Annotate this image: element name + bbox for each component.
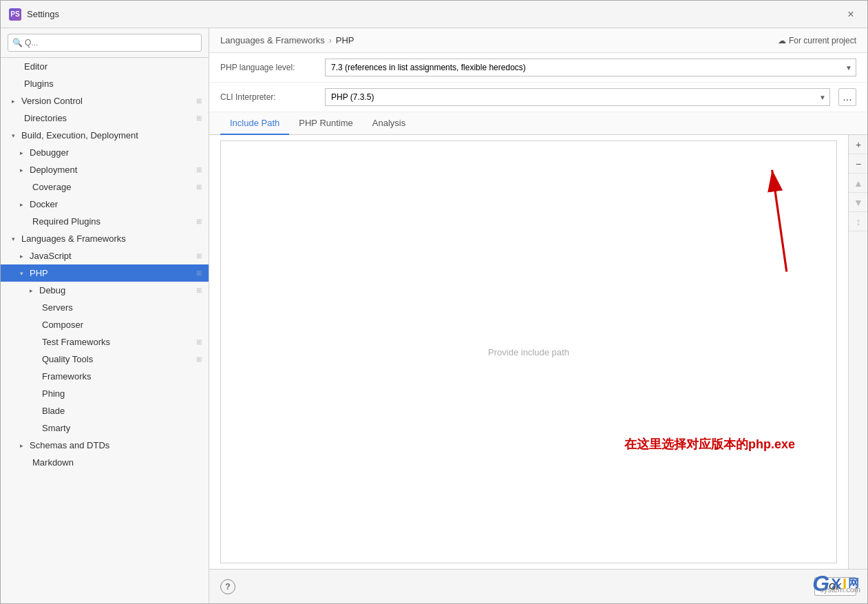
settings-window: PS Settings × 🔍 EditorPlugins▸Version Co… (0, 0, 868, 604)
app-icon: PS (9, 8, 21, 21)
sidebar-label-smarty: Smarty (42, 423, 70, 433)
sidebar-label-editor: Editor (24, 61, 47, 72)
copy-icon-quality-tools: ⊞ (196, 355, 202, 363)
copy-icon-coverage: ⊞ (196, 183, 202, 191)
copy-icon-javascript: ⊞ (196, 252, 202, 260)
copy-icon-php: ⊞ (196, 269, 202, 277)
sidebar-item-docker[interactable]: ▸Docker (1, 196, 209, 213)
annotation-text: 在这里选择对应版本的php.exe (624, 436, 795, 452)
sidebar-item-debug[interactable]: ▸Debug⊞ (1, 282, 209, 299)
sort-button[interactable]: ↕ (849, 212, 867, 231)
copy-icon-directories: ⊞ (196, 114, 202, 122)
right-panel: Languages & Frameworks › PHP ☁ For curre… (209, 28, 867, 603)
move-up-button[interactable]: ▲ (849, 174, 867, 193)
move-down-button[interactable]: ▼ (849, 193, 867, 212)
for-project: ☁ For current project (778, 36, 856, 45)
sidebar-item-phing[interactable]: Phing (1, 385, 209, 402)
include-path-panel: Provide include path 在这里选择对应版本的php.exe (220, 140, 837, 563)
breadcrumb-bar: Languages & Frameworks › PHP ☁ For curre… (209, 28, 867, 53)
sidebar-item-editor[interactable]: Editor (1, 58, 209, 75)
sidebar-item-coverage[interactable]: Coverage⊞ (1, 178, 209, 196)
language-level-row: PHP language level: 7.3 (references in l… (209, 53, 867, 83)
sidebar-label-languages-frameworks: Languages & Frameworks (21, 233, 126, 244)
tabs-bar: Include Path PHP Runtime Analysis (209, 112, 867, 135)
sidebar-label-php: PHP (30, 268, 48, 278)
sidebar-item-debugger[interactable]: ▸Debugger (1, 144, 209, 161)
window-title: Settings (27, 9, 843, 19)
sidebar-label-debug: Debug (39, 285, 65, 295)
sidebar-label-required-plugins: Required Plugins (32, 216, 100, 227)
sidebar-label-deployment: Deployment (30, 165, 77, 175)
main-content: 🔍 EditorPlugins▸Version Control⊞Director… (1, 28, 867, 603)
sidebar-item-smarty[interactable]: Smarty (1, 419, 209, 437)
sidebar-label-frameworks: Frameworks (42, 371, 92, 382)
breadcrumb-separator: › (329, 36, 332, 45)
sidebar-item-build-execution[interactable]: ▾Build, Execution, Deployment (1, 127, 209, 144)
search-wrap: 🔍 (8, 34, 202, 52)
tab-php-runtime[interactable]: PHP Runtime (289, 112, 363, 135)
breadcrumb-parent: Languages & Frameworks (220, 35, 325, 45)
copy-icon-debug: ⊞ (196, 287, 202, 294)
sidebar-label-markdown: Markdown (32, 457, 74, 468)
cli-interpreter-row: CLI Interpreter: PHP (7.3.5) ▼ ... (209, 83, 867, 112)
sidebar-item-version-control[interactable]: ▸Version Control⊞ (1, 92, 209, 110)
sidebar-label-docker: Docker (30, 199, 58, 209)
sidebar-label-plugins: Plugins (24, 79, 54, 89)
cli-interpreter-dropdown-wrap: PHP (7.3.5) ▼ (325, 88, 830, 106)
sidebar-item-servers[interactable]: Servers (1, 299, 209, 316)
svg-line-1 (772, 170, 787, 272)
sidebar-label-coverage: Coverage (32, 182, 71, 192)
sidebar-item-schemas-dtds[interactable]: ▸Schemas and DTDs (1, 437, 209, 454)
title-bar: PS Settings × (1, 1, 867, 28)
search-box: 🔍 (1, 28, 209, 58)
search-input[interactable] (8, 34, 202, 52)
sidebar-item-quality-tools[interactable]: Quality Tools⊞ (1, 351, 209, 368)
add-path-button[interactable]: + (849, 135, 867, 154)
sidebar-label-quality-tools: Quality Tools (42, 354, 93, 364)
project-label: For current project (789, 36, 856, 45)
project-icon: ☁ (778, 36, 786, 45)
nav-container: EditorPlugins▸Version Control⊞Directorie… (1, 58, 209, 471)
sidebar-item-deployment[interactable]: ▸Deployment⊞ (1, 161, 209, 178)
sidebar-item-required-plugins[interactable]: Required Plugins⊞ (1, 213, 209, 230)
sidebar-label-build-execution: Build, Execution, Deployment (21, 130, 138, 140)
tab-analysis[interactable]: Analysis (363, 112, 415, 135)
sidebar-label-composer: Composer (42, 320, 83, 330)
sidebar-item-frameworks[interactable]: Frameworks (1, 368, 209, 385)
tab-include-path[interactable]: Include Path (220, 112, 289, 135)
language-level-dropdown-wrap: 7.3 (references in list assignments, fle… (325, 59, 856, 76)
sidebar-label-directories: Directories (24, 113, 67, 123)
sidebar-label-blade: Blade (42, 406, 65, 416)
bottom-bar: ? OK G X I 网 system.com (209, 569, 867, 603)
sidebar: 🔍 EditorPlugins▸Version Control⊞Director… (1, 28, 209, 603)
cli-interpreter-label: CLI Interpreter: (220, 92, 317, 102)
remove-path-button[interactable]: − (849, 154, 867, 174)
copy-icon-test-frameworks: ⊞ (196, 338, 202, 346)
sidebar-label-phing: Phing (42, 388, 65, 399)
content-area: Provide include path 在这里选择对应版本的php.exe (209, 135, 867, 569)
sidebar-item-composer[interactable]: Composer (1, 316, 209, 333)
breadcrumb-current: PHP (336, 35, 354, 45)
include-path-placeholder: Provide include path (488, 347, 569, 357)
close-button[interactable]: × (843, 6, 859, 23)
search-icon: 🔍 (12, 38, 23, 48)
sidebar-label-version-control: Version Control (21, 96, 83, 106)
sidebar-item-blade[interactable]: Blade (1, 402, 209, 419)
help-button[interactable]: ? (220, 579, 235, 594)
sidebar-item-javascript[interactable]: ▸JavaScript⊞ (1, 247, 209, 264)
language-level-select[interactable]: 7.3 (references in list assignments, fle… (325, 59, 856, 76)
sidebar-label-schemas-dtds: Schemas and DTDs (30, 440, 109, 450)
ok-button[interactable]: OK (814, 577, 856, 596)
sidebar-label-servers: Servers (42, 302, 73, 313)
sidebar-item-markdown[interactable]: Markdown (1, 454, 209, 471)
red-arrow-svg (568, 148, 802, 279)
more-button[interactable]: ... (838, 88, 856, 106)
sidebar-item-plugins[interactable]: Plugins (1, 75, 209, 92)
sidebar-label-javascript: JavaScript (30, 251, 72, 261)
sidebar-item-php[interactable]: ▾PHP⊞ (1, 264, 209, 282)
sidebar-item-test-frameworks[interactable]: Test Frameworks⊞ (1, 333, 209, 351)
cli-interpreter-select[interactable]: PHP (7.3.5) (325, 88, 830, 106)
copy-icon-required-plugins: ⊞ (196, 218, 202, 225)
sidebar-item-languages-frameworks[interactable]: ▾Languages & Frameworks (1, 230, 209, 247)
sidebar-item-directories[interactable]: Directories⊞ (1, 110, 209, 127)
